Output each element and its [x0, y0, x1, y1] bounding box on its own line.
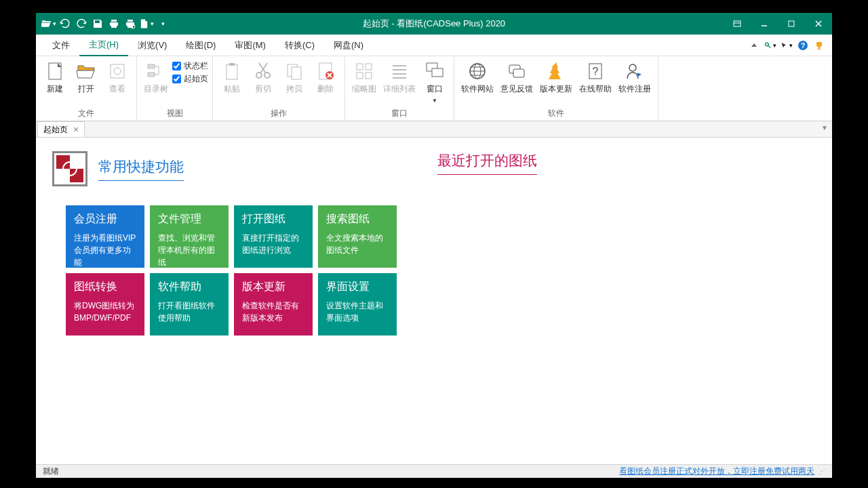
ribbon: 新建打开查看文件目录树状态栏起始页视图粘贴剪切拷贝删除操作缩略图详细列表窗口▼窗… [36, 56, 832, 121]
ribbon-group: 新建打开查看文件 [36, 56, 137, 121]
menu-home[interactable]: 主页(H) [79, 35, 128, 56]
checkbox-input[interactable] [172, 62, 181, 70]
key-icon[interactable]: ▾ [764, 39, 776, 52]
tile-desc: 直接打开指定的图纸进行浏览 [242, 232, 304, 256]
help-icon[interactable]: ? [797, 39, 809, 52]
close-button[interactable] [805, 16, 832, 32]
ribbon-checkbox[interactable]: 起始页 [172, 73, 208, 85]
quick-tile[interactable]: 文件管理查找、浏览和管理本机所有的图纸 [150, 205, 229, 268]
ribbon-button-label: 版本更新 [540, 83, 572, 95]
trophy-icon[interactable] [813, 39, 825, 52]
tile-desc: 将DWG图纸转为BMP/DWF/PDF [74, 300, 136, 324]
ribbon-group: 缩略图详细列表窗口▼窗口 [345, 56, 454, 121]
ribbon-button-label: 意见反馈 [500, 83, 533, 95]
ribbon-button-windows[interactable]: 窗口▼ [420, 59, 450, 106]
ribbon-button-copy: 拷贝 [279, 59, 309, 96]
tile-desc: 全文搜索本地的图纸文件 [326, 232, 389, 256]
ribbon-button-label: 打开 [78, 83, 94, 95]
menu-netdisk[interactable]: 网盘(N) [324, 35, 373, 56]
print-icon[interactable] [106, 16, 121, 31]
quick-tile[interactable]: 打开图纸直接打开指定的图纸进行浏览 [234, 205, 313, 268]
ribbon-group: 粘贴剪切拷贝删除操作 [213, 56, 345, 121]
close-icon[interactable]: × [73, 125, 79, 134]
thumb-icon [353, 60, 375, 82]
ribbon-button-cut: 剪切 [248, 59, 278, 96]
ribbon-button-label: 软件网站 [461, 83, 494, 95]
svg-rect-2 [789, 21, 794, 26]
ribbon-button-help[interactable]: ?在线帮助 [576, 59, 614, 96]
menu-draw[interactable]: 绘图(D) [176, 35, 225, 56]
register-icon [624, 60, 646, 82]
ribbon-button-folder-open[interactable]: 打开 [71, 59, 101, 96]
ribbon-button-register[interactable]: 软件注册 [616, 59, 654, 96]
undo-icon[interactable] [58, 16, 73, 31]
menu-browse[interactable]: 浏览(V) [128, 35, 176, 56]
quick-tile[interactable]: 软件帮助打开看图纸软件使用帮助 [150, 273, 229, 336]
document-icon[interactable]: ▾ [139, 16, 154, 31]
quick-tile[interactable]: 会员注册注册为看图纸VIP会员拥有更多功能 [66, 205, 144, 268]
folder-open-icon[interactable]: ▾ [41, 16, 56, 31]
status-register-link[interactable]: 看图纸会员注册正式对外开放，立即注册免费试用两天 [619, 466, 814, 477]
status-ready: 就绪 [43, 466, 59, 477]
tabs-menu-icon[interactable]: ▼ [821, 124, 828, 131]
collapse-ribbon-icon[interactable] [748, 39, 760, 52]
ribbon-button-feedback[interactable]: 意见反馈 [498, 59, 536, 96]
statusbar: 就绪 看图纸会员注册正式对外开放，立即注册免费试用两天 ⋰ [36, 464, 832, 478]
window-controls [724, 16, 832, 32]
ribbon-button-delete: 删除 [311, 59, 340, 96]
ribbon-group-label: 文件 [40, 106, 132, 121]
tile-title: 软件帮助 [158, 280, 220, 294]
tile-desc: 注册为看图纸VIP会员拥有更多功能 [74, 232, 136, 268]
tile-desc: 打开看图纸软件使用帮助 [158, 300, 220, 324]
tile-title: 会员注册 [74, 212, 136, 226]
ribbon-group: 目录树状态栏起始页视图 [137, 56, 213, 121]
globe-icon [467, 60, 488, 82]
ribbon-button-label: 目录树 [144, 83, 168, 95]
ribbon-button-label: 软件注册 [618, 83, 651, 95]
ribbon-button-label: 查看 [109, 83, 125, 95]
delete-icon [315, 60, 336, 82]
ribbon-button-label: 新建 [47, 83, 63, 95]
quick-tile[interactable]: 图纸转换将DWG图纸转为BMP/DWF/PDF [66, 273, 144, 336]
ribbon-button-view: 查看 [102, 59, 132, 96]
ribbon-button-file-new[interactable]: 新建 [40, 59, 70, 96]
ribbon-button-list: 详细列表 [380, 59, 418, 96]
ribbon-button-label: 在线帮助 [579, 83, 612, 95]
menu-file[interactable]: 文件 [43, 35, 79, 56]
svg-point-29 [629, 64, 636, 71]
cursor-icon[interactable]: ▾ [781, 39, 793, 52]
maximize-button[interactable] [778, 16, 805, 32]
ribbon-group-label: 视图 [141, 106, 208, 121]
menu-review[interactable]: 审图(M) [225, 35, 275, 56]
cut-icon [252, 60, 274, 82]
minimize-button[interactable] [751, 16, 778, 32]
view-icon [106, 60, 128, 82]
ribbon-toggle-icon[interactable] [724, 16, 751, 32]
quick-access-toolbar: ▾ ▾ ▾ [36, 16, 170, 31]
copy-icon [283, 60, 305, 82]
quick-tile[interactable]: 界面设置设置软件主题和界面选项 [318, 273, 397, 336]
qat-customize-icon[interactable]: ▾ [155, 16, 170, 31]
ribbon-checkbox[interactable]: 状态栏 [172, 60, 208, 72]
checkbox-input[interactable] [172, 75, 181, 83]
checkbox-label: 起始页 [184, 73, 208, 85]
tree-icon [145, 60, 167, 82]
quick-tile[interactable]: 搜索图纸全文搜索本地的图纸文件 [318, 205, 397, 268]
ribbon-button-globe[interactable]: 软件网站 [458, 59, 496, 96]
print-preview-icon[interactable] [123, 16, 138, 31]
tab-start-page[interactable]: 起始页 × [37, 121, 85, 137]
titlebar: ▾ ▾ ▾ 起始页 - 看图纸(CADSee Plus) 2020 [36, 13, 832, 35]
ribbon-button-update[interactable]: 版本更新 [537, 59, 575, 96]
ribbon-button-label: 详细列表 [383, 83, 416, 95]
list-icon [389, 60, 410, 82]
save-icon[interactable] [90, 16, 105, 31]
tile-desc: 查找、浏览和管理本机所有的图纸 [158, 232, 220, 268]
menu-convert[interactable]: 转换(C) [275, 35, 324, 56]
ribbon-button-label: 粘贴 [224, 83, 240, 95]
ribbon-button-thumb: 缩略图 [349, 59, 379, 96]
document-tabs: 起始页 × ▼ [36, 121, 832, 138]
resize-grip-icon[interactable]: ⋰ [818, 468, 825, 475]
svg-rect-7 [111, 64, 124, 78]
redo-icon[interactable] [74, 16, 89, 31]
quick-tile[interactable]: 版本更新检查软件是否有新版本发布 [234, 273, 313, 336]
